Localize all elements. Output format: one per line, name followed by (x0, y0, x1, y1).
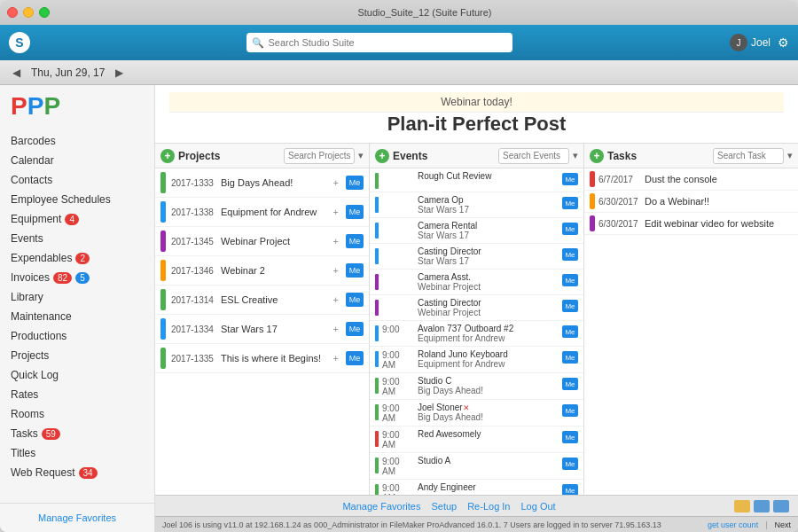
nav-next[interactable]: ▶ (112, 66, 127, 79)
project-me-button[interactable]: Me (346, 293, 364, 307)
sidebar-item-rates[interactable]: Rates (0, 385, 154, 404)
sidebar-item-titles[interactable]: Titles (0, 443, 154, 463)
event-time (382, 195, 414, 196)
next-button[interactable]: Next (774, 520, 791, 529)
events-title: Events (393, 150, 495, 162)
manage-favorites[interactable]: Manage Favorites (0, 509, 154, 527)
manage-favorites-link[interactable]: Manage Favorites (342, 501, 420, 512)
app-window: Studio_Suite_12 (Suite Future) S 🔍 J Joe… (0, 0, 798, 532)
tasks-search[interactable] (713, 148, 784, 164)
project-id: 2017-1333 (171, 178, 215, 188)
sidebar-item-tasks[interactable]: Tasks 59 (0, 424, 154, 443)
setup-link[interactable]: Setup (431, 501, 457, 512)
task-color (590, 193, 595, 209)
event-me-button[interactable]: Me (562, 351, 578, 364)
sidebar-item-equipment[interactable]: Equipment 4 (0, 209, 154, 229)
add-event-button[interactable]: + (375, 149, 389, 163)
event-time (382, 246, 414, 247)
list-item: 9:00 AM Red Awesomely Me (370, 426, 583, 453)
events-panel: + Events ▾ Rough Cut Review Me (370, 144, 584, 495)
bottom-icon-2 (754, 500, 770, 512)
project-me-button[interactable]: Me (346, 263, 364, 278)
project-me-button[interactable]: Me (346, 234, 364, 248)
sidebar-item-contacts[interactable]: Contacts (0, 170, 154, 190)
projects-panel-header: + Projects ▾ (155, 144, 369, 168)
list-item: 6/30/2017 Do a Webinar!! (584, 191, 798, 213)
event-me-button[interactable]: Me (562, 248, 578, 261)
search-input[interactable] (268, 37, 507, 48)
event-color (375, 325, 379, 341)
window-title: Studio_Suite_12 (Suite Future) (59, 7, 791, 18)
event-info: Camera Op Star Wars 17 (418, 195, 559, 215)
event-time: 9:00 (382, 324, 414, 334)
event-me-button[interactable]: Me (562, 274, 578, 286)
event-me-button[interactable]: Me (562, 404, 578, 417)
tasks-panel-header: + Tasks ▾ (584, 144, 798, 168)
sidebar-item-invoices[interactable]: Invoices 82 5 (0, 268, 154, 287)
event-me-button[interactable]: Me (562, 458, 578, 470)
close-button[interactable] (7, 7, 18, 18)
event-me-button[interactable]: Me (562, 223, 578, 235)
sidebar-item-employee-schedules[interactable]: Employee Schedules (0, 190, 154, 209)
project-id: 2017-1338 (171, 207, 215, 217)
project-me-button[interactable]: Me (346, 322, 364, 336)
project-me-button[interactable]: Me (346, 205, 364, 219)
event-info: Studio A (418, 456, 559, 466)
sidebar-item-maintenance[interactable]: Maintenance (0, 307, 154, 326)
sidebar-item-expendables[interactable]: Expendables 2 (0, 248, 154, 268)
logout-link[interactable]: Log Out (520, 501, 555, 512)
event-me-button[interactable]: Me (562, 325, 578, 338)
nav-prev[interactable]: ◀ (9, 66, 24, 79)
sidebar-item-projects[interactable]: Projects (0, 346, 154, 365)
projects-panel: + Projects ▾ 2017-1333 Big Days Ahead! +… (155, 144, 370, 495)
event-time: 9:00 AM (382, 482, 414, 495)
project-name: Equipment for Andrew (221, 207, 328, 217)
table-row: 2017-1345 Webinar Project + Me (155, 227, 369, 256)
relogin-link[interactable]: Re-Log In (467, 501, 510, 512)
task-color (590, 171, 595, 187)
list-item: Camera Rental Star Wars 17 Me (370, 218, 583, 244)
projects-filter-icon[interactable]: ▾ (358, 150, 364, 161)
app-toolbar: S 🔍 J Joel ⚙ (0, 25, 798, 60)
sidebar: PPP Barcodes Calendar Contacts Employee … (0, 85, 155, 532)
list-item: Camera Asst. Webinar Project Me (370, 270, 583, 295)
add-project-button[interactable]: + (160, 149, 175, 163)
sidebar-item-barcodes[interactable]: Barcodes (0, 131, 154, 151)
get-user-count-link[interactable]: get user count (708, 520, 758, 529)
project-me-button[interactable]: Me (346, 351, 364, 365)
event-me-button[interactable]: Me (562, 300, 578, 312)
sidebar-item-productions[interactable]: Productions (0, 326, 154, 346)
event-color (375, 404, 379, 420)
project-me-button[interactable]: Me (346, 176, 364, 190)
project-id: 2017-1345 (171, 237, 215, 246)
table-row: 2017-1335 This is where it Begins! + Me (155, 344, 369, 373)
event-color (375, 173, 379, 189)
event-me-button[interactable]: Me (562, 484, 578, 495)
events-filter-icon[interactable]: ▾ (573, 150, 578, 161)
event-me-button[interactable]: Me (562, 197, 578, 209)
sidebar-item-calendar[interactable]: Calendar (0, 151, 154, 170)
minimize-button[interactable] (23, 7, 34, 18)
events-search[interactable] (498, 148, 569, 164)
sidebar-item-library[interactable]: Library (0, 287, 154, 307)
project-name: This is where it Begins! (221, 353, 328, 364)
maximize-button[interactable] (39, 7, 50, 18)
sidebar-item-rooms[interactable]: Rooms (0, 404, 154, 424)
event-color (375, 431, 379, 447)
add-task-button[interactable]: + (590, 149, 604, 163)
project-name: Webinar 2 (221, 265, 328, 276)
event-me-button[interactable]: Me (562, 378, 578, 390)
projects-search[interactable] (284, 148, 355, 164)
event-time (382, 221, 414, 222)
sidebar-item-web-request[interactable]: Web Request 34 (0, 463, 154, 482)
toolbar-right: J Joel ⚙ (730, 34, 789, 51)
event-me-button[interactable]: Me (562, 173, 578, 185)
event-color (375, 274, 379, 290)
sidebar-item-events[interactable]: Events (0, 229, 154, 248)
event-me-button[interactable]: Me (562, 431, 578, 443)
settings-icon[interactable]: ⚙ (778, 35, 789, 50)
sidebar-bottom: Manage Favorites (0, 503, 154, 532)
list-item: 9:00 AM Roland Juno Keyboard Equipment f… (370, 347, 583, 373)
sidebar-item-quick-log[interactable]: Quick Log (0, 365, 154, 385)
tasks-filter-icon[interactable]: ▾ (787, 150, 793, 161)
